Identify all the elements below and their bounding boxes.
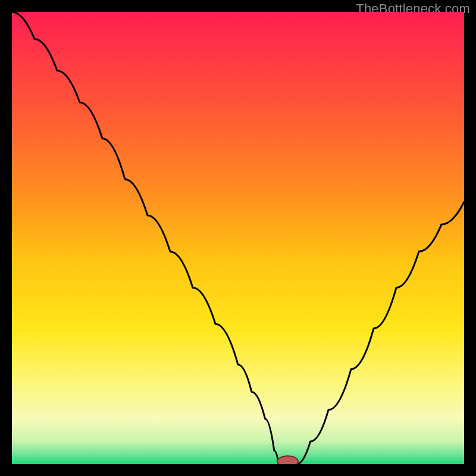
chart-stage: TheBottleneck.com xyxy=(0,0,476,476)
optimum-marker xyxy=(277,456,298,464)
plot-background xyxy=(12,12,464,464)
bottleneck-chart xyxy=(12,12,464,464)
